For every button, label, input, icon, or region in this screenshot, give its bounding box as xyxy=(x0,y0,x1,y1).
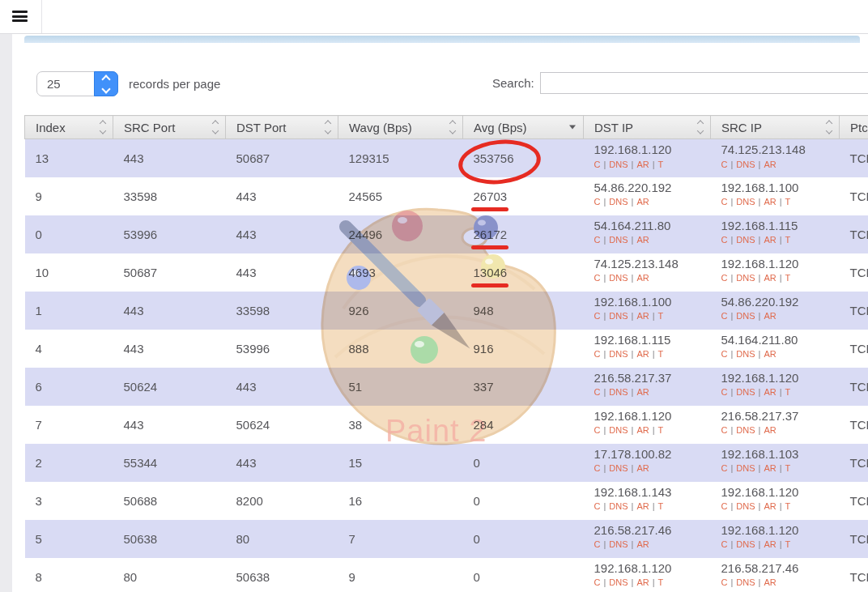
column-header-dst-ip[interactable]: DST IP xyxy=(584,116,711,139)
ip-action-link-dns[interactable]: DNS xyxy=(736,425,755,435)
ip-action-link-c[interactable]: C xyxy=(594,577,601,587)
ip-action-link-t[interactable]: T xyxy=(658,501,664,511)
ip-action-link-c[interactable]: C xyxy=(594,160,601,169)
ip-action-link-t[interactable]: T xyxy=(785,273,791,283)
ip-action-link-c[interactable]: C xyxy=(594,539,601,549)
page-size-select[interactable]: 25 xyxy=(36,71,118,96)
ip-action-link-ar[interactable]: AR xyxy=(636,501,649,511)
ip-action-link-t[interactable]: T xyxy=(785,387,791,397)
ip-action-link-ar[interactable]: AR xyxy=(636,235,649,245)
ip-action-link-ar[interactable]: AR xyxy=(764,349,776,359)
ip-action-link-ar[interactable]: AR xyxy=(636,539,649,549)
ip-action-link-ar[interactable]: AR xyxy=(764,539,776,549)
ip-action-link-c[interactable]: C xyxy=(721,539,728,549)
ip-action-link-dns[interactable]: DNS xyxy=(736,349,755,359)
ip-action-link-c[interactable]: C xyxy=(594,235,601,245)
ip-action-link-ar[interactable]: AR xyxy=(636,463,649,473)
ip-action-link-c[interactable]: C xyxy=(721,501,728,511)
ip-action-link-dns[interactable]: DNS xyxy=(736,501,755,511)
column-header-ptcl[interactable]: Ptcl xyxy=(840,116,868,139)
ip-action-link-t[interactable]: T xyxy=(658,160,664,169)
ip-action-link-dns[interactable]: DNS xyxy=(736,273,755,283)
ip-action-link-c[interactable]: C xyxy=(721,235,728,245)
ip-action-link-c[interactable]: C xyxy=(721,349,728,359)
ip-action-link-ar[interactable]: AR xyxy=(764,197,776,207)
ip-action-link-ar[interactable]: AR xyxy=(764,425,776,435)
ip-action-link-ar[interactable]: AR xyxy=(636,349,649,359)
ip-action-link-t[interactable]: T xyxy=(658,425,664,435)
column-header-wavg-bps[interactable]: Wavg (Bps) xyxy=(338,116,463,139)
ip-action-link-ar[interactable]: AR xyxy=(764,235,776,245)
ip-action-link-t[interactable]: T xyxy=(785,463,791,473)
ip-action-link-dns[interactable]: DNS xyxy=(609,539,628,549)
ip-action-link-ar[interactable]: AR xyxy=(636,273,649,283)
ip-action-link-t[interactable]: T xyxy=(785,539,791,549)
ip-action-link-dns[interactable]: DNS xyxy=(736,387,755,397)
ip-action-link-t[interactable]: T xyxy=(658,311,664,321)
column-header-index[interactable]: Index xyxy=(25,116,113,139)
ip-action-link-dns[interactable]: DNS xyxy=(609,577,628,587)
ip-action-link-ar[interactable]: AR xyxy=(636,387,649,397)
ip-action-link-ar[interactable]: AR xyxy=(764,577,776,587)
ip-action-link-c[interactable]: C xyxy=(721,273,728,283)
content: 25 records per page Search: IndexSRC Por… xyxy=(12,34,868,592)
ip-action-link-c[interactable]: C xyxy=(594,425,601,435)
ip-action-link-dns[interactable]: DNS xyxy=(609,349,628,359)
column-header-avg-bps[interactable]: Avg (Bps) xyxy=(463,116,584,139)
ip-action-link-ar[interactable]: AR xyxy=(764,501,776,511)
column-header-src-ip[interactable]: SRC IP xyxy=(711,116,840,139)
table-row: 5506388070216.58.217.46C|DNS|AR192.168.1… xyxy=(25,520,868,558)
ip-action-link-c[interactable]: C xyxy=(594,197,601,207)
stepper-icon[interactable] xyxy=(94,71,118,96)
ip-action-link-c[interactable]: C xyxy=(721,577,728,587)
ip-action-link-c[interactable]: C xyxy=(594,387,601,397)
search-input[interactable] xyxy=(540,72,868,94)
ip-action-link-ar[interactable]: AR xyxy=(636,425,649,435)
ip-action-link-ar[interactable]: AR xyxy=(636,577,649,587)
ip-action-link-c[interactable]: C xyxy=(721,463,728,473)
ip-action-link-dns[interactable]: DNS xyxy=(736,311,755,321)
ip-action-link-c[interactable]: C xyxy=(721,425,728,435)
ip-action-link-c[interactable]: C xyxy=(594,311,601,321)
ip-action-link-ar[interactable]: AR xyxy=(764,160,776,169)
ip-action-link-c[interactable]: C xyxy=(594,501,601,511)
column-header-dst-port[interactable]: DST Port xyxy=(226,116,338,139)
ip-action-link-c[interactable]: C xyxy=(594,463,601,473)
ip-action-link-dns[interactable]: DNS xyxy=(609,463,628,473)
ip-action-link-c[interactable]: C xyxy=(594,349,601,359)
column-header-src-port[interactable]: SRC Port xyxy=(113,116,226,139)
ip-action-link-dns[interactable]: DNS xyxy=(609,501,628,511)
ip-action-link-dns[interactable]: DNS xyxy=(736,539,755,549)
ip-action-link-dns[interactable]: DNS xyxy=(736,577,755,587)
ip-action-link-c[interactable]: C xyxy=(721,160,728,169)
ip-action-link-dns[interactable]: DNS xyxy=(609,273,628,283)
ip-action-link-ar[interactable]: AR xyxy=(764,387,776,397)
ip-action-link-ar[interactable]: AR xyxy=(764,273,776,283)
column-label: Index xyxy=(36,121,66,134)
ip-action-link-dns[interactable]: DNS xyxy=(609,235,628,245)
ip-action-link-t[interactable]: T xyxy=(785,235,791,245)
ip-action-link-ar[interactable]: AR xyxy=(764,463,776,473)
ip-action-link-ar[interactable]: AR xyxy=(764,311,776,321)
ip-action-link-dns[interactable]: DNS xyxy=(609,160,628,169)
ip-action-link-t[interactable]: T xyxy=(658,349,664,359)
ip-action-link-c[interactable]: C xyxy=(721,197,728,207)
ip-action-link-dns[interactable]: DNS xyxy=(736,197,755,207)
ip-action-link-ar[interactable]: AR xyxy=(636,311,649,321)
ip-action-link-dns[interactable]: DNS xyxy=(736,235,755,245)
ip-action-link-dns[interactable]: DNS xyxy=(609,425,628,435)
ip-action-link-t[interactable]: T xyxy=(785,197,791,207)
ip-action-link-t[interactable]: T xyxy=(785,501,791,511)
ip-action-link-dns[interactable]: DNS xyxy=(609,311,628,321)
ip-action-link-dns[interactable]: DNS xyxy=(609,387,628,397)
ip-action-link-ar[interactable]: AR xyxy=(636,160,649,169)
ip-action-link-dns[interactable]: DNS xyxy=(609,197,628,207)
ip-action-link-t[interactable]: T xyxy=(658,577,664,587)
ip-action-link-ar[interactable]: AR xyxy=(636,197,649,207)
ip-action-link-dns[interactable]: DNS xyxy=(736,463,755,473)
ip-action-link-c[interactable]: C xyxy=(721,387,728,397)
menu-button[interactable] xyxy=(9,5,32,28)
ip-action-link-c[interactable]: C xyxy=(721,311,728,321)
ip-action-link-dns[interactable]: DNS xyxy=(736,160,755,169)
ip-action-link-c[interactable]: C xyxy=(594,273,601,283)
